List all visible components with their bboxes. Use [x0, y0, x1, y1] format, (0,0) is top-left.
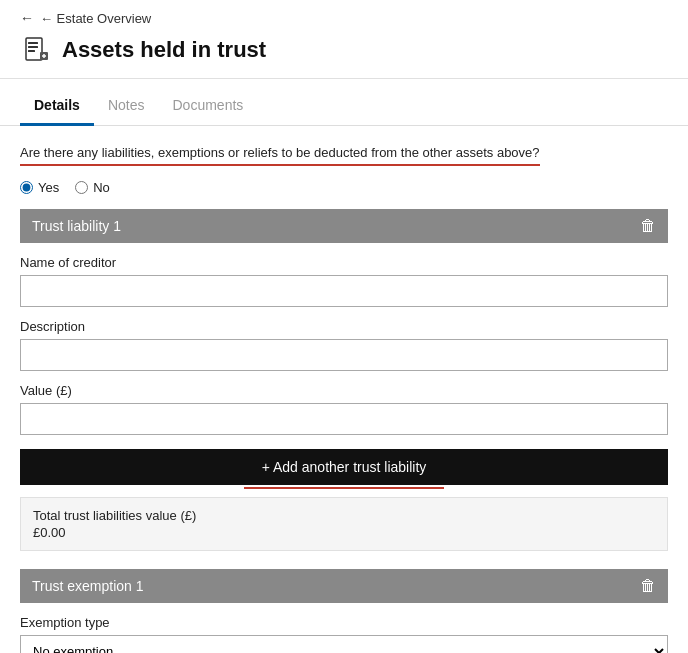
exemption-type-label: Exemption type [20, 615, 668, 630]
back-nav[interactable]: ← ← Estate Overview [0, 0, 688, 30]
trust-exemption-header: Trust exemption 1 🗑 [20, 569, 668, 603]
question-row: Are there any liabilities, exemptions or… [20, 144, 668, 195]
description-label: Description [20, 319, 668, 334]
page-header: Assets held in trust [0, 30, 688, 79]
creditor-input[interactable] [20, 275, 668, 307]
radio-group: Yes No [20, 180, 668, 195]
tab-details[interactable]: Details [20, 87, 94, 126]
exemption-type-select[interactable]: No exemption Spouse/civil partner exempt… [20, 635, 668, 653]
delete-trust-exemption-icon[interactable]: 🗑 [640, 577, 656, 595]
total-row: Total trust liabilities value (£) £0.00 [20, 497, 668, 551]
svg-rect-1 [28, 42, 38, 44]
add-liability-button[interactable]: + Add another trust liability [20, 449, 668, 485]
page-icon [20, 34, 52, 66]
value-input[interactable] [20, 403, 668, 435]
trust-exemption-section: Trust exemption 1 🗑 Exemption type No ex… [20, 569, 668, 653]
description-input[interactable] [20, 339, 668, 371]
radio-yes-label: Yes [38, 180, 59, 195]
trust-liability-title: Trust liability 1 [32, 218, 121, 234]
svg-rect-2 [28, 46, 38, 48]
trust-exemption-title: Trust exemption 1 [32, 578, 144, 594]
total-value: £0.00 [33, 525, 655, 540]
radio-no[interactable]: No [75, 180, 110, 195]
add-liability-label: + Add another trust liability [262, 459, 427, 475]
value-label: Value (£) [20, 383, 668, 398]
radio-no-label: No [93, 180, 110, 195]
back-nav-label: ← Estate Overview [40, 11, 151, 26]
radio-no-input[interactable] [75, 181, 88, 194]
question-text: Are there any liabilities, exemptions or… [20, 145, 540, 166]
tab-notes[interactable]: Notes [94, 87, 159, 126]
creditor-label: Name of creditor [20, 255, 668, 270]
total-label: Total trust liabilities value (£) [33, 508, 655, 523]
value-field-group: Value (£) [20, 383, 668, 435]
trust-liability-header: Trust liability 1 🗑 [20, 209, 668, 243]
svg-rect-3 [28, 50, 35, 52]
radio-yes-input[interactable] [20, 181, 33, 194]
creditor-field-group: Name of creditor [20, 255, 668, 307]
exemption-type-field-group: Exemption type No exemption Spouse/civil… [20, 615, 668, 653]
radio-yes[interactable]: Yes [20, 180, 59, 195]
svg-rect-0 [26, 38, 42, 60]
tab-documents[interactable]: Documents [159, 87, 258, 126]
main-content: Are there any liabilities, exemptions or… [0, 126, 688, 653]
description-field-group: Description [20, 319, 668, 371]
delete-trust-liability-icon[interactable]: 🗑 [640, 217, 656, 235]
page-title: Assets held in trust [62, 37, 266, 63]
back-arrow-icon: ← [20, 10, 34, 26]
tabs-bar: Details Notes Documents [0, 87, 688, 126]
